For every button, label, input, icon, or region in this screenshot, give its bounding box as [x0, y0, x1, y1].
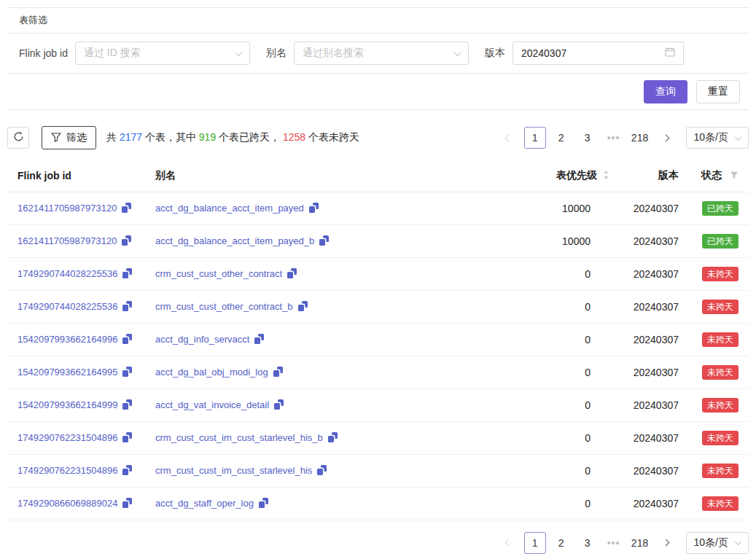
table-row: 1621411705987973120 acct_dg_balance_acct…	[7, 192, 749, 224]
status-filter-icon[interactable]	[730, 170, 739, 181]
filter-button[interactable]: 筛选	[42, 126, 96, 149]
priority-value: 0	[517, 290, 615, 323]
page-1-button[interactable]: 1	[524, 532, 546, 554]
copy-icon[interactable]	[122, 367, 132, 377]
copy-icon[interactable]	[287, 268, 297, 278]
copy-icon[interactable]	[274, 399, 284, 410]
version-value: 20240307	[615, 388, 685, 421]
version-date-input[interactable]: 20240307	[513, 42, 684, 65]
header-status-label: 状态	[701, 169, 722, 181]
version-value: 20240307	[615, 356, 685, 388]
job-id-link[interactable]: 1749290744028225536	[17, 301, 117, 312]
page-1-button[interactable]: 1	[524, 127, 546, 149]
chevron-down-icon	[735, 538, 742, 545]
copy-icon[interactable]	[122, 301, 132, 311]
job-id-link[interactable]: 1621411705987973120	[17, 203, 117, 214]
alias-link[interactable]: acct_dg_balance_acct_item_payed	[155, 203, 304, 214]
status-badge: 已跨天	[702, 234, 739, 249]
page-last-button[interactable]: 218	[629, 532, 651, 554]
copy-icon[interactable]	[122, 465, 132, 475]
chevron-left-icon	[505, 539, 513, 547]
query-button[interactable]: 查询	[644, 80, 687, 103]
copy-icon[interactable]	[259, 498, 268, 508]
summary-mid2: 个表已跨天，	[216, 131, 283, 143]
header-version: 版本	[615, 160, 685, 192]
chevron-down-icon	[235, 49, 242, 56]
table-row: 1542097993662164999 acct_dg_vat_invoice_…	[7, 388, 749, 421]
version-value: 20240307	[615, 421, 685, 454]
job-id-link[interactable]: 1542097993662164996	[17, 334, 117, 345]
table-row: 1749290744028225536 crm_cust_cust_other_…	[7, 290, 749, 323]
job-id-link[interactable]: 1621411705987973120	[17, 235, 117, 246]
uncrossed-count: 1258	[283, 131, 305, 143]
alias-link[interactable]: acct_dg_staff_oper_log	[155, 498, 254, 509]
copy-icon[interactable]	[122, 498, 132, 508]
filter-actions: 查询 重置	[7, 74, 749, 110]
refresh-button[interactable]	[7, 127, 29, 149]
bottom-bar: 1 2 3 ••• 218 10条/页	[7, 520, 749, 559]
copy-icon[interactable]	[122, 268, 132, 278]
page-3-button[interactable]: 3	[577, 127, 599, 149]
status-badge: 未跨天	[702, 365, 739, 380]
page-last-button[interactable]: 218	[629, 127, 651, 149]
page-size-select[interactable]: 10条/页	[686, 127, 749, 149]
page-size-select[interactable]: 10条/页	[686, 532, 749, 554]
priority-value: 10000	[517, 224, 615, 257]
copy-icon[interactable]	[298, 301, 308, 311]
job-id-link[interactable]: 1749290762231504896	[17, 465, 117, 476]
status-badge: 未跨天	[702, 332, 739, 347]
alias-link[interactable]: acct_dg_info_servacct	[155, 334, 249, 345]
copy-icon[interactable]	[317, 465, 327, 475]
version-value: 20240307	[615, 192, 685, 224]
job-id-link[interactable]: 1542097993662164995	[17, 367, 117, 378]
alias-link[interactable]: acct_dg_vat_invoice_detail	[155, 399, 269, 410]
pages-ellipsis[interactable]: •••	[603, 127, 625, 149]
table-row: 1749290762231504896 crm_cust_cust_im_cus…	[7, 421, 749, 454]
copy-icon[interactable]	[122, 432, 132, 442]
page-2-button[interactable]: 2	[550, 127, 572, 149]
version-value: 20240307	[615, 487, 685, 520]
next-page-button[interactable]	[655, 127, 677, 149]
copy-icon[interactable]	[122, 399, 132, 410]
status-badge: 已跨天	[702, 201, 739, 216]
flink-job-id-select[interactable]: 通过 ID 搜索	[75, 42, 250, 65]
copy-icon[interactable]	[319, 235, 329, 246]
copy-icon[interactable]	[122, 235, 131, 246]
next-page-button[interactable]	[655, 532, 677, 554]
prev-page-button	[498, 127, 520, 149]
alias-link[interactable]: crm_cust_cust_im_cust_starlevel_his	[155, 465, 312, 476]
copy-icon[interactable]	[122, 334, 132, 344]
copy-icon[interactable]	[122, 203, 131, 213]
page-3-button[interactable]: 3	[577, 532, 599, 554]
version-value: 20240307	[615, 323, 685, 356]
alias-label: 别名	[266, 47, 287, 60]
reset-button[interactable]: 重置	[696, 80, 740, 103]
job-id-link[interactable]: 1749290762231504896	[17, 432, 117, 443]
alias-link[interactable]: crm_cust_cust_other_contract_b	[155, 301, 293, 312]
job-id-link[interactable]: 1542097993662164999	[17, 399, 117, 410]
version-label: 版本	[485, 47, 505, 60]
alias-select[interactable]: 通过别名搜索	[294, 42, 469, 65]
toolbar: 筛选 共 2177 个表，其中 919 个表已跨天， 1258 个表未跨天 1 …	[7, 126, 749, 149]
copy-icon[interactable]	[328, 432, 338, 442]
alias-link[interactable]: crm_cust_cust_other_contract	[155, 268, 282, 279]
page-2-button[interactable]: 2	[550, 532, 572, 554]
alias-link[interactable]: acct_dg_bal_obj_modi_log	[155, 367, 268, 378]
pages-ellipsis[interactable]: •••	[603, 532, 625, 554]
priority-value: 0	[517, 421, 615, 454]
copy-icon[interactable]	[273, 367, 283, 377]
sort-icon[interactable]	[603, 170, 609, 182]
alias-link[interactable]: acct_dg_balance_acct_item_payed_b	[155, 235, 314, 246]
pagination-top: 1 2 3 ••• 218 10条/页	[494, 127, 749, 149]
table-header-row: Flink job id 别名 表优先级 版本 状态	[7, 160, 749, 192]
chevron-left-icon	[505, 134, 513, 141]
priority-value: 0	[517, 323, 615, 356]
alias-link[interactable]: crm_cust_cust_im_cust_starlevel_his_b	[155, 432, 323, 443]
priority-value: 0	[517, 257, 615, 290]
copy-icon[interactable]	[254, 334, 264, 344]
copy-icon[interactable]	[309, 203, 319, 213]
header-job-id: Flink job id	[7, 160, 149, 192]
job-id-link[interactable]: 1749290744028225536	[17, 268, 117, 279]
job-id-link[interactable]: 1749290866069889024	[17, 498, 117, 509]
chevron-down-icon	[453, 49, 461, 56]
